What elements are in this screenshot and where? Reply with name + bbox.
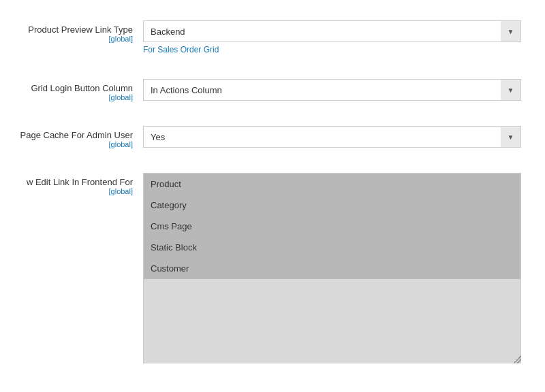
select-wrapper-grid-login: In Actions Column Separate Column	[143, 79, 521, 101]
setting-row-edit-link: w Edit Link In Frontend For [global] Pro…	[14, 173, 531, 378]
setting-row-product-preview: Product Preview Link Type [global] Backe…	[14, 20, 531, 67]
list-item[interactable]: Product	[144, 174, 520, 195]
setting-row-page-cache: Page Cache For Admin User [global] Yes N…	[14, 126, 531, 161]
resize-handle[interactable]	[513, 355, 521, 363]
label-page-cache: Page Cache For Admin User [global]	[14, 126, 143, 148]
control-product-preview: Backend Frontend For Sales Order Grid	[143, 20, 531, 54]
list-item[interactable]: Category	[144, 195, 520, 216]
multiselect-edit-link[interactable]: Product Category Cms Page Static Block C…	[143, 173, 521, 363]
settings-container: Product Preview Link Type [global] Backe…	[0, 14, 545, 392]
list-item[interactable]: Customer	[144, 258, 520, 279]
label-edit-link: w Edit Link In Frontend For [global]	[14, 173, 143, 195]
select-wrapper-product-preview: Backend Frontend	[143, 20, 521, 42]
control-edit-link: Product Category Cms Page Static Block C…	[143, 173, 531, 365]
select-page-cache[interactable]: Yes No	[143, 126, 521, 148]
control-grid-login: In Actions Column Separate Column	[143, 79, 531, 101]
help-text-product-preview: For Sales Order Grid	[143, 45, 531, 54]
select-product-preview[interactable]: Backend Frontend	[143, 20, 521, 42]
list-item[interactable]: Static Block	[144, 237, 520, 258]
multiselect-wrapper-edit-link: Product Category Cms Page Static Block C…	[143, 173, 521, 363]
setting-row-grid-login: Grid Login Button Column [global] In Act…	[14, 79, 531, 114]
control-page-cache: Yes No	[143, 126, 531, 148]
select-wrapper-page-cache: Yes No	[143, 126, 521, 148]
select-grid-login[interactable]: In Actions Column Separate Column	[143, 79, 521, 101]
label-product-preview: Product Preview Link Type [global]	[14, 20, 143, 43]
list-item[interactable]: Cms Page	[144, 216, 520, 237]
label-grid-login: Grid Login Button Column [global]	[14, 79, 143, 101]
